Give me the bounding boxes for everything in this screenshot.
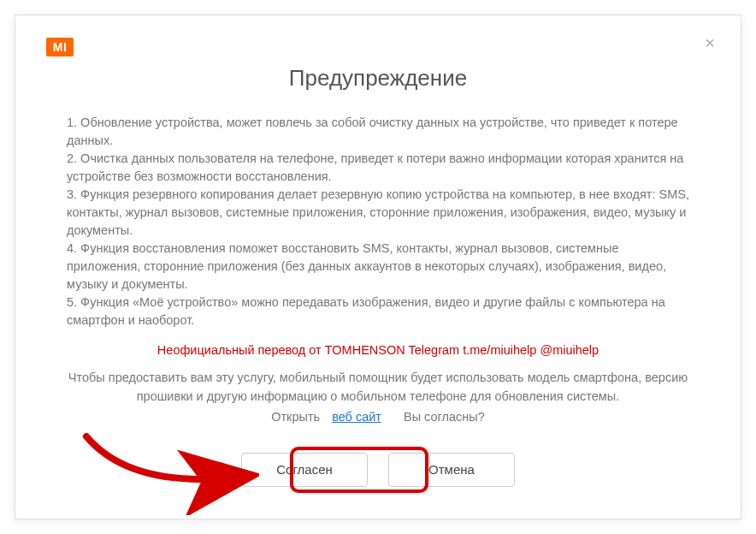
- open-website-row: Открыть веб сайт Вы согласны?: [67, 410, 689, 424]
- warning-item: 2. Очистка данных пользователя на телефо…: [67, 150, 689, 186]
- translator-credit: Неофициальный перевод от TOMHENSON Teleg…: [67, 343, 689, 357]
- close-button[interactable]: ×: [700, 33, 720, 53]
- button-row: Согласен Отмена: [67, 453, 689, 487]
- warning-item: 5. Функция «Моё устройство» можно переда…: [67, 294, 689, 329]
- warning-item: 4. Функция восстановления поможет восста…: [67, 240, 689, 294]
- agree-question: Вы согласны?: [404, 410, 485, 424]
- mi-logo: MI: [46, 38, 74, 56]
- warning-item: 1. Обновление устройства, может повлечь …: [67, 114, 689, 150]
- consent-info: Чтобы предоставить вам эту услугу, мобил…: [67, 369, 689, 406]
- open-label: Открыть: [271, 410, 320, 424]
- warning-item: 3. Функция резервного копирования делает…: [67, 186, 689, 240]
- dialog-content: 1. Обновление устройства, может повлечь …: [15, 114, 741, 487]
- agree-button[interactable]: Согласен: [241, 453, 368, 487]
- warning-list: 1. Обновление устройства, может повлечь …: [67, 114, 689, 329]
- website-link[interactable]: веб сайт: [332, 410, 381, 424]
- dialog-title: Предупреждение: [15, 65, 741, 92]
- cancel-button[interactable]: Отмена: [388, 453, 515, 487]
- warning-dialog: MI × Предупреждение 1. Обновление устрой…: [15, 15, 741, 519]
